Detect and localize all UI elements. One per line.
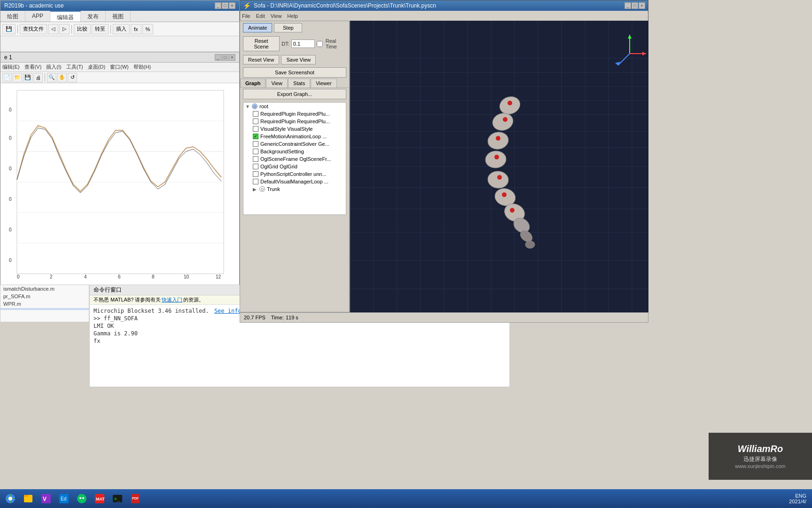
- minimize-button[interactable]: _: [215, 2, 221, 9]
- file-scrollbar[interactable]: [0, 308, 89, 310]
- sofa-menu-help[interactable]: Help: [287, 13, 298, 19]
- tree-item-7[interactable]: OglGrid OglGrid: [243, 163, 346, 170]
- fx-btn[interactable]: fx: [131, 24, 141, 34]
- sofa-close-btn[interactable]: ×: [639, 2, 645, 9]
- tab-plot[interactable]: 绘图: [0, 11, 25, 22]
- save-screenshot-button[interactable]: Save Screenshot: [243, 67, 346, 78]
- sofa-tab-viewer[interactable]: Viewer: [311, 79, 336, 87]
- tree-item-0[interactable]: RequiredPlugin RequiredPlu...: [243, 110, 346, 118]
- y-label-3: 0: [9, 166, 12, 171]
- checkbox-4[interactable]: [253, 141, 258, 147]
- fig-menu-window[interactable]: 窗口(W): [110, 64, 129, 71]
- fig-menu-help[interactable]: 帮助(H): [133, 64, 151, 71]
- sofa-menu-file[interactable]: File: [242, 13, 250, 19]
- insert-btn[interactable]: 插入: [113, 24, 130, 34]
- checkbox-1[interactable]: [253, 119, 258, 124]
- svg-text:>_: >_: [114, 496, 120, 502]
- taskbar-editor-icon[interactable]: Ed: [55, 490, 72, 507]
- tree-item-9[interactable]: DefaultVisualManagerLoop ...: [243, 178, 346, 185]
- fig-menu-view[interactable]: 查看(V): [24, 64, 42, 71]
- fig-zoom-in-btn[interactable]: 🔍: [47, 73, 56, 82]
- taskbar-chrome-icon[interactable]: [2, 490, 19, 507]
- taskbar-matlab-icon[interactable]: MAT: [91, 490, 108, 507]
- svg-point-66: [79, 497, 81, 499]
- tree-item-3[interactable]: ✓ FreeMotionAnimationLoop ...: [243, 133, 346, 140]
- maximize-button[interactable]: □: [222, 2, 228, 9]
- tree-item-1[interactable]: RequiredPlugin RequiredPlu...: [243, 118, 346, 125]
- checkbox-2[interactable]: [253, 126, 258, 132]
- find-files-btn[interactable]: 查找文件: [20, 24, 47, 34]
- tab-publish[interactable]: 发布: [81, 11, 106, 22]
- dt-input[interactable]: [291, 40, 315, 48]
- redo-btn[interactable]: ▷: [59, 24, 70, 34]
- tree-item-6[interactable]: OglSceneFrame OglSceneFr...: [243, 155, 346, 163]
- file-item-3[interactable]: WPR.m: [0, 300, 89, 308]
- tree-item-4[interactable]: GenericConstraintSolver Ge...: [243, 140, 346, 148]
- sofa-tab-view[interactable]: View: [266, 79, 288, 87]
- fig-menu-insert[interactable]: 插入(I): [46, 64, 61, 71]
- taskbar-terminal-icon[interactable]: >_: [109, 490, 126, 507]
- checkbox-5[interactable]: [253, 149, 258, 154]
- svg-point-47: [510, 208, 515, 213]
- tab-app[interactable]: APP: [25, 11, 50, 22]
- sofa-tab-stats[interactable]: Stats: [288, 79, 310, 87]
- fig-maximize-btn[interactable]: □: [222, 54, 228, 61]
- realtime-checkbox[interactable]: [317, 41, 323, 47]
- save-view-button[interactable]: Save View: [281, 55, 316, 64]
- scene-tree[interactable]: ▼ ○ root RequiredPlugin RequiredPlu... R…: [243, 102, 346, 215]
- comment-btn[interactable]: %: [142, 24, 154, 34]
- checkbox-0[interactable]: [253, 111, 258, 117]
- step-button[interactable]: Step: [274, 23, 302, 32]
- fig-rotate-btn[interactable]: ↺: [68, 73, 77, 82]
- sofa-tab-graph[interactable]: Graph: [240, 79, 265, 87]
- cmd-hint-link[interactable]: 快速入门: [162, 296, 182, 303]
- undo-btn[interactable]: ◁: [48, 24, 58, 34]
- export-graph-button[interactable]: Export Graph...: [243, 89, 346, 99]
- root-expand-icon: ▼: [245, 104, 251, 109]
- file-item-2[interactable]: pr_SOFA.m: [0, 293, 89, 300]
- taskbar-wechat-icon[interactable]: [73, 490, 90, 507]
- toolbar-sep-2: [71, 25, 72, 33]
- fig-new-btn[interactable]: 📄: [2, 73, 12, 82]
- sofa-viewport: [350, 21, 648, 312]
- animate-button[interactable]: Animate: [243, 23, 272, 32]
- fig-print-btn[interactable]: 🖨: [33, 73, 43, 82]
- sofa-menu-view[interactable]: View: [271, 13, 282, 19]
- sofa-menu-edit[interactable]: Edit: [256, 13, 265, 19]
- fig-pan-btn[interactable]: ✋: [57, 73, 67, 82]
- tab-view[interactable]: 视图: [106, 11, 131, 22]
- sofa-maximize-btn[interactable]: □: [632, 2, 638, 9]
- save-btn[interactable]: 💾: [2, 24, 16, 34]
- tree-item-2[interactable]: VisualStyle VisualStyle: [243, 125, 346, 133]
- checkbox-3[interactable]: ✓: [253, 134, 258, 139]
- figure-menu: 编辑(E) 查看(V) 插入(I) 工具(T) 桌面(D) 窗口(W) 帮助(H…: [0, 63, 239, 72]
- save-icon: 💾: [6, 26, 12, 32]
- checkbox-6[interactable]: [253, 156, 258, 162]
- close-button[interactable]: ×: [229, 2, 235, 9]
- checkbox-9[interactable]: [253, 179, 258, 184]
- taskbar-files-icon[interactable]: [20, 490, 37, 507]
- taskbar-pdf-icon[interactable]: PDF: [127, 490, 144, 507]
- fig-minimize-btn[interactable]: _: [215, 54, 221, 61]
- reset-view-button[interactable]: Reset View: [243, 55, 279, 64]
- checkbox-8[interactable]: [253, 171, 258, 177]
- fig-close-btn[interactable]: ×: [229, 54, 235, 61]
- reset-scene-button[interactable]: Reset Scene: [243, 36, 280, 51]
- tab-editor[interactable]: 编辑器: [50, 11, 81, 22]
- tree-root[interactable]: ▼ ○ root: [243, 103, 346, 110]
- fig-open-btn[interactable]: 📁: [13, 73, 22, 82]
- fig-menu-edit[interactable]: 编辑(E): [2, 64, 20, 71]
- tree-item-8[interactable]: PythonScriptController unn...: [243, 170, 346, 178]
- goto-btn[interactable]: 转至: [92, 24, 109, 34]
- fig-save-btn[interactable]: 💾: [23, 73, 32, 82]
- checkbox-7[interactable]: [253, 164, 258, 169]
- fig-menu-desktop[interactable]: 桌面(D): [88, 64, 105, 71]
- taskbar-vs-icon[interactable]: V: [38, 490, 55, 507]
- compare-btn[interactable]: 比较: [74, 24, 91, 34]
- sofa-minimize-btn[interactable]: _: [625, 2, 631, 9]
- tree-item-5[interactable]: BackgroundSetting: [243, 148, 346, 155]
- tree-item-trunk[interactable]: ▶ ○ Trunk: [243, 185, 346, 193]
- fig-menu-tools[interactable]: 工具(T): [66, 64, 83, 71]
- svg-text:MAT: MAT: [96, 497, 105, 501]
- file-item-1[interactable]: ismatchDisturbance.m: [0, 285, 89, 293]
